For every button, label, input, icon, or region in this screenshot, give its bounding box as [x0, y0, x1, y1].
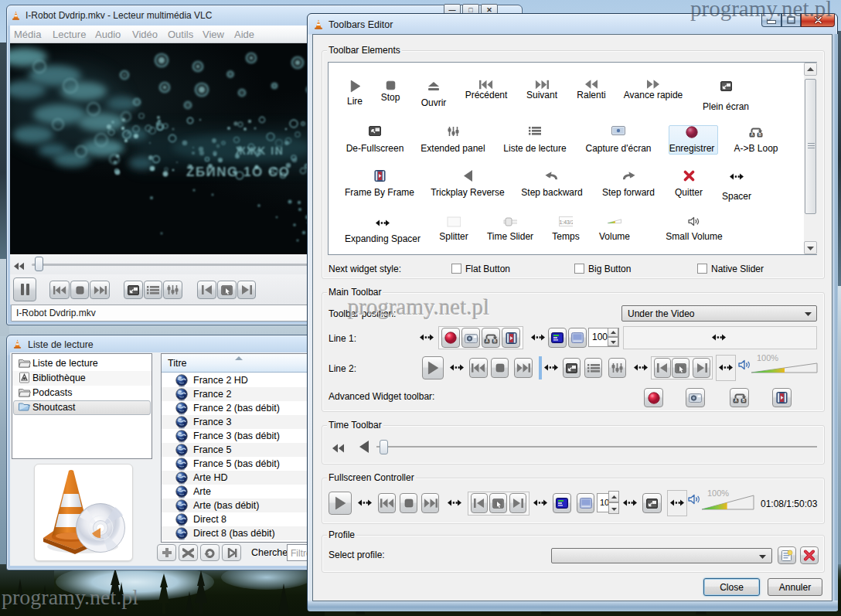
svg-text:A: A	[751, 132, 754, 137]
svg-text:A: A	[485, 339, 489, 343]
svg-text:1:43/2:43: 1:43/2:43	[559, 220, 573, 225]
svg-text:B: B	[758, 132, 761, 137]
svg-text:B: B	[742, 398, 745, 403]
svg-text:ZБИNG 1O CO: ZБИNG 1O CO	[186, 165, 290, 179]
svg-text:B: B	[493, 339, 496, 343]
svg-text:A: A	[734, 398, 737, 403]
svg-text:ЖЖK IN: ЖЖK IN	[235, 145, 284, 157]
